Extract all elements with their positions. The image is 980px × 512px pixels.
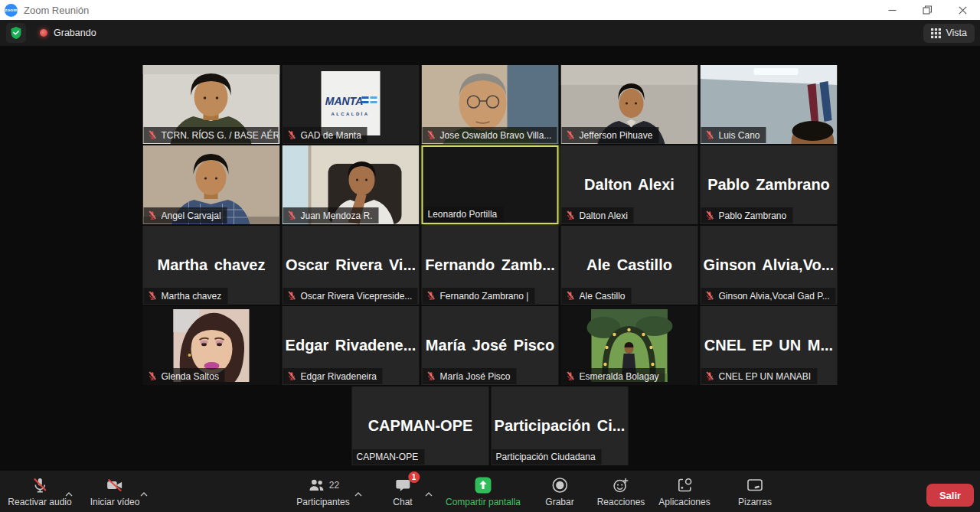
label-text: GAD de Manta: [301, 131, 361, 140]
gallery-row: TCRN. RÍOS G. / BASE AÉR... MANTA ALCALD…: [143, 65, 838, 144]
gallery-row: Angel Carvajal Juan Mendoza R.Leonardo P…: [143, 145, 838, 224]
meeting-topbar: Grabando Vista: [0, 20, 980, 46]
record-button[interactable]: Grabar: [545, 471, 573, 512]
participant-tile-ginson-alvia-vocal-gad-p[interactable]: Ginson Alvia,Vo... Ginson Alvia,Vocal Ga…: [701, 226, 838, 305]
name-label: Participación Ciudadana: [492, 449, 602, 465]
maximize-icon: [923, 5, 932, 15]
participant-tile-oscar-rivera-vicepreside[interactable]: Oscar Rivera Vi... Oscar Rivera Vicepres…: [283, 226, 420, 305]
meeting-toolbar: Reactivar audio Iniciar vídeo: [0, 471, 980, 512]
participant-tile-ale-castillo[interactable]: Ale Castillo Ale Castillo: [561, 226, 698, 305]
svg-text:ALCALDÍA: ALCALDÍA: [332, 111, 370, 116]
participant-tile-luis-cano[interactable]: Luis Cano: [701, 65, 838, 144]
participant-tile-mar-a-jos-pisco[interactable]: María José Pisco María José Pisco: [422, 306, 559, 385]
apps-label: Aplicaciones: [658, 497, 710, 507]
chevron-up-icon: [425, 492, 433, 497]
name-label: Leonardo Portilla: [424, 207, 504, 222]
participant-tile-esmeralda-bolagay[interactable]: Esmeralda Bolagay: [561, 306, 698, 385]
label-text: CAPMAN-OPE: [357, 452, 419, 461]
participant-tile-juan-mendoza-r[interactable]: Juan Mendoza R.: [283, 145, 420, 224]
label-text: Martha chavez: [162, 292, 222, 301]
leave-meeting-button[interactable]: Salir: [926, 484, 974, 507]
name-label: TCRN. RÍOS G. / BASE AÉR...: [144, 127, 279, 143]
label-text: Jefferson Pihuave: [580, 131, 653, 140]
name-label: Ginson Alvia,Vocal Gad P...: [701, 288, 836, 304]
svg-text:MANTA: MANTA: [325, 95, 364, 107]
start-video-button[interactable]: Iniciar vídeo: [90, 471, 140, 512]
mic-muted-icon: [566, 210, 576, 220]
security-shield-button[interactable]: [6, 23, 26, 43]
reactions-button[interactable]: Reacciones: [597, 471, 645, 512]
label-text: Luis Cano: [719, 131, 760, 140]
chat-chevron[interactable]: [423, 486, 434, 501]
label-text: Dalton Alexi: [580, 211, 628, 220]
name-label: Jefferson Pihuave: [562, 127, 659, 143]
participant-tile-angel-carvajal[interactable]: Angel Carvajal: [143, 145, 280, 224]
audio-options-chevron[interactable]: [64, 486, 74, 501]
mic-muted-icon: [705, 130, 715, 140]
video-gallery: TCRN. RÍOS G. / BASE AÉR... MANTA ALCALD…: [0, 46, 980, 471]
record-dot-icon: [40, 29, 47, 37]
label-text: Jose Oswaldo Bravo Villa...: [440, 131, 552, 140]
maximize-button[interactable]: [910, 0, 945, 20]
participant-tile-martha-chavez[interactable]: Martha chavez Martha chavez: [143, 226, 280, 305]
minimize-button[interactable]: [874, 0, 910, 20]
unmute-audio-label: Reactivar audio: [8, 497, 71, 507]
name-label: Esmeralda Bolagay: [562, 368, 665, 384]
participant-tile-jose-oswaldo-bravo-villa[interactable]: Jose Oswaldo Bravo Villa...: [422, 65, 559, 144]
record-circle-icon: [550, 476, 569, 494]
label-text: Fernando Zambrano |: [440, 292, 529, 301]
participant-tile-gad-de-manta[interactable]: MANTA ALCALDÍA GAD de Manta: [283, 65, 420, 144]
participant-tile-tcrn-r-os-g-base-a-r[interactable]: TCRN. RÍOS G. / BASE AÉR...: [143, 65, 280, 144]
apps-icon: [675, 476, 694, 494]
participant-tile-edgar-rivadeneira[interactable]: Edgar Rivadene... Edgar Rivadeneira: [283, 306, 420, 385]
label-text: Participación Ciudadana: [496, 452, 596, 461]
participant-tile-dalton-alexi[interactable]: Dalton Alexi Dalton Alexi: [561, 145, 698, 224]
participant-tile-participaci-n-ciudadana[interactable]: Participación Ci...Participación Ciudada…: [492, 386, 629, 465]
name-label: Angel Carvajal: [144, 207, 227, 223]
mic-muted-icon: [566, 291, 576, 301]
view-button[interactable]: Vista: [923, 24, 975, 43]
label-text: Oscar Rivera Vicepreside...: [301, 292, 413, 301]
name-label: GAD de Manta: [283, 127, 368, 143]
window-title: Zoom Reunión: [24, 5, 89, 16]
label-text: Edgar Rivadeneira: [301, 372, 377, 381]
name-label: Juan Mendoza R.: [283, 207, 379, 223]
mic-muted-icon: [287, 291, 297, 301]
apps-button[interactable]: Aplicaciones: [658, 471, 710, 512]
chat-button[interactable]: 1 Chat: [393, 471, 412, 512]
recording-indicator: Grabando: [40, 28, 96, 38]
name-label: Luis Cano: [701, 127, 766, 143]
participant-tile-fernando-zambrano[interactable]: Fernando Zamb... Fernando Zambrano |: [422, 226, 559, 305]
name-label: Edgar Rivadeneira: [283, 368, 383, 384]
mic-muted-icon: [287, 371, 297, 381]
participant-tile-pablo-zambrano[interactable]: Pablo Zambrano Pablo Zambrano: [701, 145, 838, 224]
participant-tile-jefferson-pihuave[interactable]: Jefferson Pihuave: [561, 65, 698, 144]
unmute-audio-button[interactable]: Reactivar audio: [8, 471, 71, 512]
minimize-icon: [888, 6, 897, 15]
participants-chevron[interactable]: [353, 486, 364, 501]
chat-label: Chat: [393, 497, 412, 507]
mic-muted-icon: [148, 130, 158, 140]
grid-view-icon: [931, 28, 941, 38]
close-button[interactable]: [945, 0, 980, 20]
whiteboard-label: Pizarras: [738, 497, 772, 507]
participant-tile-cnel-ep-un-manabi[interactable]: CNEL EP UN M... CNEL EP UN MANABI: [701, 306, 838, 385]
zoom-window: zoom Zoom Reunión: [0, 0, 980, 512]
gallery-row: Glenda SaltosEdgar Rivadene... Edgar Riv…: [143, 306, 838, 385]
participant-tile-leonardo-portilla[interactable]: Leonardo Portilla: [422, 145, 559, 224]
mic-muted-icon: [287, 210, 297, 220]
label-text: María José Pisco: [440, 372, 511, 381]
share-screen-button[interactable]: Compartir pantalla: [446, 471, 521, 512]
participant-tile-capman-ope[interactable]: CAPMAN-OPECAPMAN-OPE: [352, 386, 489, 465]
participants-button[interactable]: 22 Participantes: [296, 471, 349, 512]
label-text: Leonardo Portilla: [428, 210, 498, 219]
gallery-grid: TCRN. RÍOS G. / BASE AÉR... MANTA ALCALD…: [143, 65, 838, 465]
mic-muted-icon: [148, 291, 158, 301]
video-options-chevron[interactable]: [139, 486, 149, 501]
name-label: Pablo Zambrano: [701, 207, 793, 223]
label-text: CNEL EP UN MANABI: [719, 372, 812, 381]
participant-tile-glenda-saltos[interactable]: Glenda Saltos: [143, 306, 280, 385]
mic-muted-icon: [426, 130, 436, 140]
whiteboard-button[interactable]: Pizarras: [738, 471, 772, 512]
mic-muted-icon: [705, 210, 715, 220]
